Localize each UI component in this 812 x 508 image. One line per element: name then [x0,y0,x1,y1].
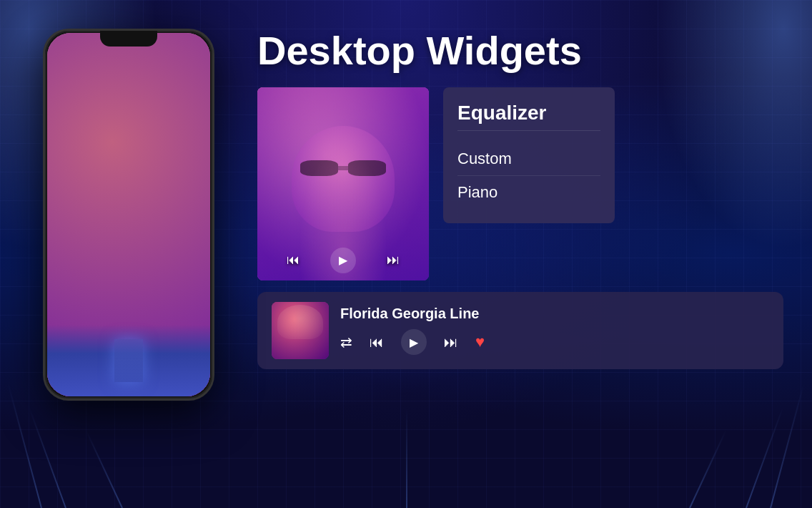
bottom-player-art [272,302,329,359]
bp-next[interactable]: ⏭ [444,334,458,351]
big-album-controls: ⏮ ▶ ⏭ [257,248,429,273]
eq-panel-title: Equalizer [457,102,600,131]
big-play-btn[interactable]: ▶ [330,248,356,273]
phone-bg-landscape [47,325,210,396]
phone-notch [100,31,157,47]
bp-play[interactable]: ▶ [401,329,427,355]
bp-prev[interactable]: ⏮ [370,334,384,351]
phone-mockup: ♫ ✕ Going under cast a spell The must be… [43,29,214,401]
eq-panel-piano[interactable]: Piano [457,176,600,209]
widgets-row: ⏮ ▶ ⏭ Equalizer Custom Piano [257,87,783,280]
bp-heart[interactable]: ♥ [475,333,485,351]
big-next-btn[interactable]: ⏭ [387,253,400,268]
player2-art [61,243,90,271]
bottom-player-controls: ⇄ ⏮ ▶ ⏭ ♥ [340,329,769,355]
bp-shuffle[interactable]: ⇄ [340,333,352,351]
player-widget-2: Florida Georgia Line ⇄ ⏮ ▶ ⏭ ♥ [56,237,202,277]
big-album-widget: ⏮ ▶ ⏭ [257,87,429,280]
bottom-player: Florida Georgia Line ⇄ ⏮ ▶ ⏭ ♥ [257,292,783,369]
page-title: Desktop Widgets [257,29,783,73]
eq-panel-custom[interactable]: Custom [457,142,600,176]
main-container: ♫ ✕ Going under cast a spell The must be… [0,0,812,508]
bottom-player-info: Florida Georgia Line ⇄ ⏮ ▶ ⏭ ♥ [340,306,769,355]
bottom-player-name: Florida Georgia Line [340,306,769,322]
right-section: Desktop Widgets ⏮ ▶ ⏭ [257,21,783,369]
eq-panel: Equalizer Custom Piano [443,87,615,223]
phone-section: ♫ ✕ Going under cast a spell The must be… [29,29,229,401]
big-prev-btn[interactable]: ⏮ [287,253,299,268]
phone-screen: ♫ ✕ Going under cast a spell The must be… [47,33,210,396]
